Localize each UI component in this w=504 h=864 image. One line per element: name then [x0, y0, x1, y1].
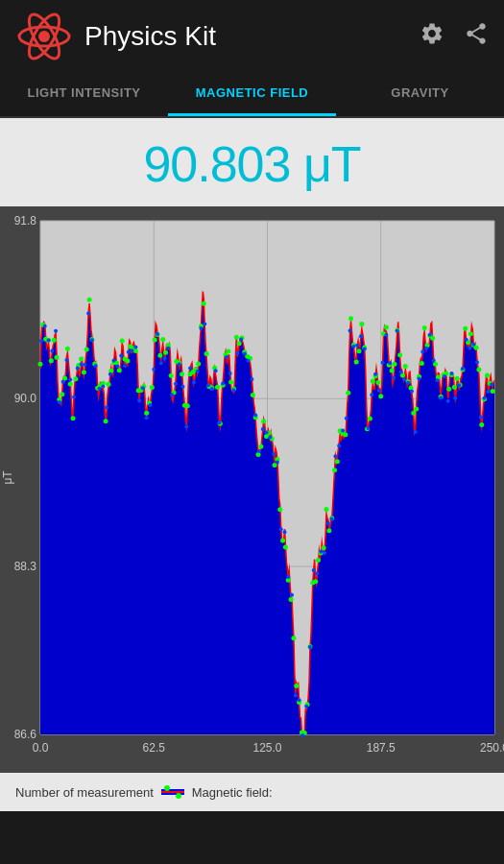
legend-icon: [161, 783, 184, 801]
atom-icon: [15, 8, 73, 65]
tab-light-intensity[interactable]: LIGHT INTENSITY: [0, 72, 168, 116]
magnetic-field-chart: [0, 206, 504, 773]
share-icon[interactable]: [464, 21, 489, 52]
header-icons: [420, 21, 489, 52]
reading-value: 90.803 μT: [143, 136, 360, 192]
tab-bar: LIGHT INTENSITY MAGNETIC FIELD GRAVITY: [0, 72, 504, 118]
reading-container: 90.803 μT: [0, 118, 504, 206]
legend-series-label: Magnetic field:: [192, 785, 273, 800]
legend-measurement-label: Number of measurement: [15, 785, 154, 800]
app-title: Physics Kit: [84, 21, 216, 52]
tab-gravity[interactable]: GRAVITY: [336, 72, 504, 116]
legend: Number of measurement Magnetic field:: [0, 773, 504, 811]
svg-point-7: [176, 793, 181, 799]
header-left: Physics Kit: [15, 8, 216, 65]
app-header: Physics Kit: [0, 0, 504, 72]
svg-point-6: [164, 785, 170, 791]
chart-container: [0, 206, 504, 773]
svg-point-0: [38, 31, 50, 42]
settings-icon[interactable]: [420, 21, 444, 52]
tab-magnetic-field[interactable]: MAGNETIC FIELD: [168, 72, 336, 116]
